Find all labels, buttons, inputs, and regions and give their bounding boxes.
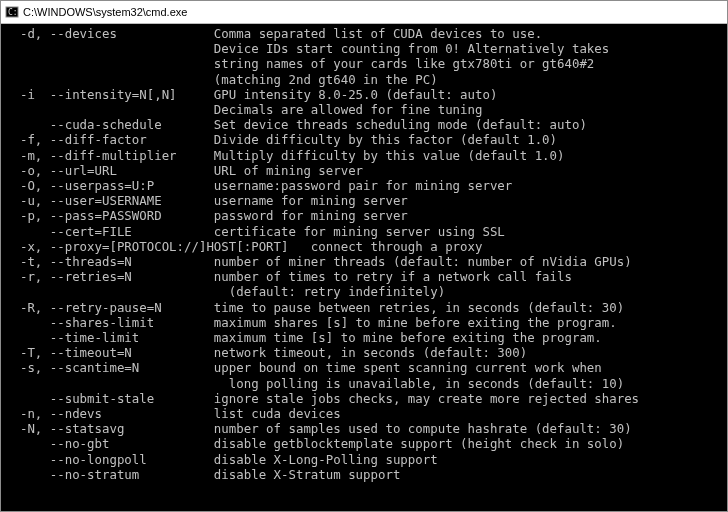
help-line: -m, --diff-multiplier Multiply difficult… [5,148,723,163]
help-line: -s, --scantime=N upper bound on time spe… [5,360,723,375]
help-line: -u, --user=USERNAME username for mining … [5,193,723,208]
cmd-window: C: C:\WINDOWS\system32\cmd.exe -d, --dev… [0,0,728,512]
help-line: --no-longpoll disable X-Long-Polling sup… [5,452,723,467]
svg-text:C:: C: [8,8,18,17]
help-line: -r, --retries=N number of times to retry… [5,269,723,284]
cmd-icon: C: [5,5,19,19]
help-line: -R, --retry-pause=N time to pause betwee… [5,300,723,315]
help-line: -t, --threads=N number of miner threads … [5,254,723,269]
help-line: (default: retry indefinitely) [5,284,723,299]
help-line: (matching 2nd gt640 in the PC) [5,72,723,87]
help-line: string names of your cards like gtx780ti… [5,56,723,71]
help-line: -N, --statsavg number of samples used to… [5,421,723,436]
help-line: -n, --ndevs list cuda devices [5,406,723,421]
help-line: -i --intensity=N[,N] GPU intensity 8.0-2… [5,87,723,102]
window-title: C:\WINDOWS\system32\cmd.exe [23,6,187,18]
help-line: Decimals are allowed for fine tuning [5,102,723,117]
help-line: --no-stratum disable X-Stratum support [5,467,723,482]
titlebar[interactable]: C: C:\WINDOWS\system32\cmd.exe [1,1,727,24]
help-line: --no-gbt disable getblocktemplate suppor… [5,436,723,451]
help-line: --cuda-schedule Set device threads sched… [5,117,723,132]
help-line: -T, --timeout=N network timeout, in seco… [5,345,723,360]
help-line: -o, --url=URL URL of mining server [5,163,723,178]
help-line: -d, --devices Comma separated list of CU… [5,26,723,41]
help-line: -O, --userpass=U:P username:password pai… [5,178,723,193]
terminal-output[interactable]: -d, --devices Comma separated list of CU… [1,24,727,511]
help-line: -p, --pass=PASSWORD password for mining … [5,208,723,223]
help-line: -x, --proxy=[PROTOCOL://]HOST[:PORT] con… [5,239,723,254]
help-line: --time-limit maximum time [s] to mine be… [5,330,723,345]
help-line: Device IDs start counting from 0! Altern… [5,41,723,56]
help-line: --submit-stale ignore stale jobs checks,… [5,391,723,406]
help-line: --shares-limit maximum shares [s] to min… [5,315,723,330]
help-line: long polling is unavailable, in seconds … [5,376,723,391]
help-line: --cert=FILE certificate for mining serve… [5,224,723,239]
help-line: -f, --diff-factor Divide difficulty by t… [5,132,723,147]
